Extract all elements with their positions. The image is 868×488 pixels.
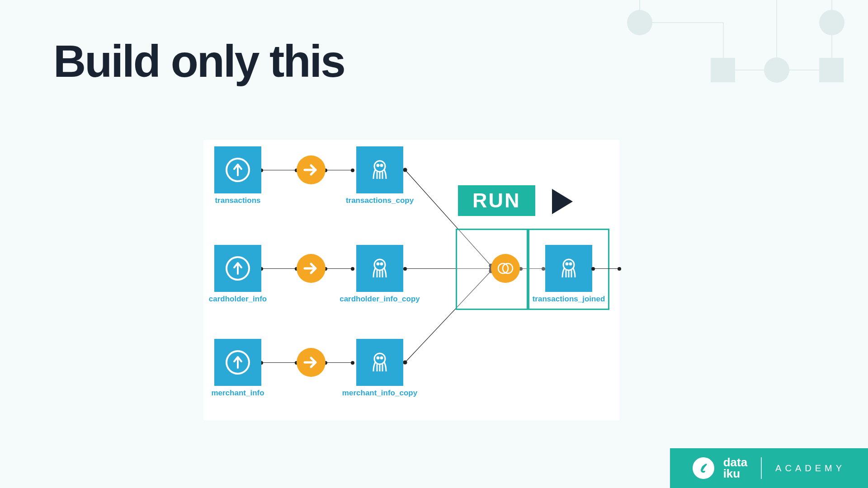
dataiku-logo-icon — [693, 457, 714, 479]
svg-point-20 — [381, 164, 382, 166]
play-icon — [552, 189, 573, 214]
dataset-transactions[interactable]: transactions — [214, 146, 261, 193]
svg-point-7 — [764, 57, 789, 83]
dataset-label: merchant_info — [211, 389, 264, 398]
svg-point-26 — [374, 353, 385, 364]
run-button[interactable]: RUN — [458, 185, 535, 216]
sync-recipe-icon[interactable] — [297, 348, 326, 377]
brand-line2: iku — [723, 468, 747, 479]
academy-label: ACADEMY — [775, 463, 845, 474]
svg-point-32 — [566, 263, 568, 265]
svg-point-33 — [570, 263, 571, 265]
dataset-label: merchant_info_copy — [342, 389, 417, 398]
svg-point-19 — [377, 164, 379, 166]
dataset-label: transactions — [215, 196, 260, 205]
dataset-merchant-info-copy[interactable]: merchant_info_copy — [356, 339, 403, 386]
edge — [326, 362, 353, 363]
dataset-label: cardholder_info_copy — [340, 295, 420, 304]
decorative-shapes — [552, 0, 868, 99]
page-title: Build only this — [53, 35, 344, 87]
flow-diagram: transactions transactions_copy cardholde… — [203, 140, 619, 420]
svg-point-8 — [819, 10, 844, 35]
edge — [593, 268, 619, 269]
svg-point-15 — [403, 361, 407, 364]
svg-point-12 — [403, 168, 407, 172]
brand-name: data iku — [723, 457, 747, 479]
dataset-cardholder-info[interactable]: cardholder_info — [214, 245, 261, 292]
dataset-transactions-joined[interactable]: transactions_joined — [545, 245, 592, 292]
dataset-label: transactions_copy — [346, 196, 414, 205]
dataset-transactions-copy[interactable]: transactions_copy — [356, 146, 403, 193]
svg-point-18 — [374, 161, 385, 172]
edge — [261, 170, 297, 170]
svg-point-6 — [627, 10, 652, 35]
svg-point-23 — [377, 263, 379, 265]
svg-point-28 — [381, 357, 382, 359]
svg-rect-10 — [819, 58, 844, 82]
dataset-merchant-info[interactable]: merchant_info — [214, 339, 261, 386]
dataset-label: transactions_joined — [533, 295, 605, 304]
svg-rect-9 — [711, 58, 735, 82]
edge — [326, 170, 353, 170]
svg-point-24 — [381, 263, 382, 265]
edge — [261, 362, 297, 363]
svg-point-27 — [377, 357, 379, 359]
svg-point-22 — [374, 259, 385, 270]
dataset-label: cardholder_info — [209, 295, 267, 304]
edge — [261, 268, 297, 269]
svg-point-31 — [563, 259, 574, 270]
footer-divider — [761, 457, 762, 479]
sync-recipe-icon[interactable] — [297, 155, 326, 184]
edge — [326, 268, 353, 269]
dataset-cardholder-info-copy[interactable]: cardholder_info_copy — [356, 245, 403, 292]
join-recipe-icon[interactable] — [491, 254, 520, 283]
footer-brand-bar: data iku ACADEMY — [670, 448, 868, 488]
sync-recipe-icon[interactable] — [297, 254, 326, 283]
